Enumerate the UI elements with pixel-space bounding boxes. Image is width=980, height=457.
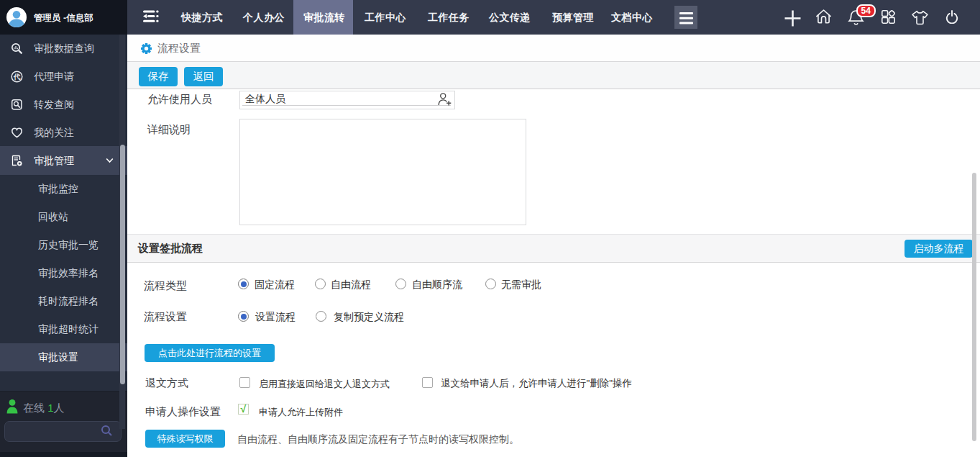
svg-text:代: 代 xyxy=(13,73,21,81)
